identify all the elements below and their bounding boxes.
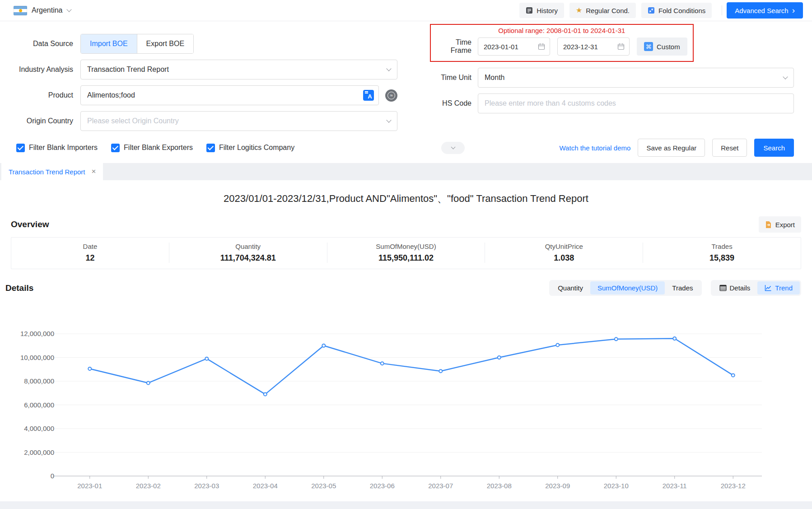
argentina-flag-icon — [14, 6, 27, 15]
regular-cond-label: Regular Cond. — [586, 7, 630, 14]
form-right-column: Optional range: 2008-01-01 to 2024-01-31… — [430, 24, 794, 137]
checkbox-checked-icon — [111, 144, 120, 152]
y-axis-tick-label: 0 — [51, 472, 54, 480]
metric-toggle: Quantity SumOfMoney(USD) Trades — [549, 280, 701, 296]
industry-analysis-value: Transaction Trend Report — [87, 65, 387, 74]
overview-heading: Overview — [11, 219, 49, 229]
tutorial-link[interactable]: Watch the tutorial demo — [560, 144, 631, 152]
optional-range-text: Optional range: 2008-01-01 to 2024-01-31 — [436, 26, 687, 37]
export-icon — [765, 221, 772, 229]
advanced-search-label: Advanced Search — [735, 7, 788, 14]
calendar-icon — [538, 43, 545, 50]
data-point — [381, 362, 384, 365]
country-name: Argentina — [32, 6, 63, 14]
time-unit-label: Time Unit — [430, 74, 478, 82]
advanced-search-button[interactable]: Advanced Search › — [727, 2, 803, 19]
industry-analysis-select[interactable]: Transaction Trend Report — [80, 60, 397, 79]
close-icon[interactable]: × — [92, 167, 96, 176]
time-unit-value: Month — [485, 74, 784, 82]
data-point — [615, 337, 618, 341]
time-unit-select[interactable]: Month — [478, 68, 794, 88]
metric-tab-sum-of-money[interactable]: SumOfMoney(USD) — [590, 281, 665, 294]
x-axis-tick-label: 2023-08 — [487, 482, 512, 490]
custom-range-button[interactable]: ⌘ Custom — [637, 37, 687, 56]
top-actions: History ★ Regular Cond. Fold Conditions … — [514, 2, 803, 19]
y-axis-tick-label: 4,000,000 — [24, 425, 54, 432]
product-field: A — [80, 85, 379, 105]
custom-icon: ⌘ — [644, 42, 653, 51]
filters-actions-row: Filter Blank Importers Filter Blank Expo… — [0, 137, 812, 163]
star-icon: ★ — [576, 7, 582, 14]
stat-sum-of-money: SumOfMoney(USD) 115,950,111.02 — [327, 243, 485, 263]
end-date-value: 2023-12-31 — [563, 43, 617, 51]
history-button[interactable]: History — [519, 3, 564, 18]
stat-date: Date 12 — [11, 243, 169, 263]
time-frame-highlight-box: Optional range: 2008-01-01 to 2024-01-31… — [430, 24, 694, 62]
start-date-input[interactable]: 2023-01-01 — [478, 37, 550, 56]
origin-country-placeholder: Please select Origin Country — [87, 117, 387, 125]
y-axis-tick-label: 10,000,000 — [20, 354, 54, 361]
fuzzy-search-icon[interactable]: ≈ — [385, 89, 397, 102]
fold-icon — [648, 7, 655, 14]
start-date-value: 2023-01-01 — [484, 43, 538, 51]
chevron-down-icon — [783, 74, 788, 79]
footer-bar — [0, 501, 812, 509]
data-point — [498, 356, 501, 359]
export-button[interactable]: Export — [759, 216, 801, 233]
search-button[interactable]: Search — [754, 139, 794, 157]
trend-chart: 02,000,0004,000,0006,000,0008,000,00010,… — [10, 299, 812, 495]
expand-conditions-button[interactable] — [441, 142, 465, 154]
view-tab-details[interactable]: Details — [712, 281, 758, 294]
x-axis-tick-label: 2023-03 — [194, 482, 219, 490]
stat-qty-unit-price: QtyUnitPrice 1.038 — [485, 243, 643, 263]
history-label: History — [537, 7, 558, 14]
metric-tab-trades[interactable]: Trades — [665, 281, 700, 294]
fold-conditions-button[interactable]: Fold Conditions — [641, 3, 712, 18]
x-axis-tick-label: 2023-04 — [253, 482, 278, 490]
checkbox-checked-icon — [206, 144, 215, 152]
details-heading: Details — [5, 283, 33, 293]
filter-blank-importers-checkbox[interactable]: Filter Blank Importers — [16, 144, 98, 152]
product-input[interactable] — [87, 91, 359, 99]
tab-import-boe[interactable]: Import BOE — [81, 34, 137, 53]
view-toggle: Details Trend — [711, 280, 802, 296]
product-label: Product — [0, 91, 80, 99]
view-tab-trend[interactable]: Trend — [757, 281, 800, 294]
end-date-input[interactable]: 2023-12-31 — [557, 37, 630, 56]
x-axis-tick-label: 2023-10 — [604, 482, 629, 490]
y-axis-tick-label: 6,000,000 — [24, 401, 54, 409]
filter-logitics-company-checkbox[interactable]: Filter Logitics Company — [206, 144, 294, 152]
filter-blank-exporters-checkbox[interactable]: Filter Blank Exporters — [111, 144, 193, 152]
data-point — [439, 369, 442, 373]
table-icon — [719, 285, 727, 291]
chevron-down-icon — [66, 7, 71, 12]
translate-icon[interactable]: A — [363, 90, 374, 101]
history-icon — [526, 7, 533, 14]
origin-country-select[interactable]: Please select Origin Country — [80, 111, 397, 131]
trend-line-chart: 02,000,0004,000,0006,000,0008,000,00010,… — [10, 299, 800, 494]
data-point — [732, 374, 735, 377]
reset-button[interactable]: Reset — [712, 139, 747, 157]
y-axis-tick-label: 12,000,000 — [20, 330, 54, 337]
hs-code-field — [478, 93, 794, 113]
data-source-tabs: Import BOE Export BOE — [80, 34, 194, 54]
chevron-down-icon — [386, 117, 391, 122]
x-axis-tick-label: 2023-09 — [545, 482, 570, 490]
calendar-icon — [617, 43, 625, 50]
metric-tab-quantity[interactable]: Quantity — [551, 281, 590, 294]
hs-code-input[interactable] — [485, 99, 787, 107]
export-label: Export — [775, 221, 795, 229]
country-selector[interactable]: Argentina — [14, 6, 71, 15]
tab-export-boe[interactable]: Export BOE — [137, 34, 193, 53]
overview-stats-card: Date 12 Quantity 111,704,324.81 SumOfMon… — [11, 237, 801, 269]
regular-cond-button[interactable]: ★ Regular Cond. — [569, 3, 636, 18]
custom-label: Custom — [657, 43, 680, 51]
chevron-right-icon: › — [792, 6, 795, 14]
form-left-column: Data Source Import BOE Export BOE Indust… — [0, 24, 397, 137]
save-as-regular-button[interactable]: Save as Regular — [638, 139, 705, 157]
y-axis-tick-label: 8,000,000 — [24, 377, 54, 385]
time-frame-label: Time Frame — [436, 38, 478, 55]
x-axis-tick-label: 2023-12 — [721, 482, 746, 490]
y-axis-tick-label: 2,000,000 — [24, 448, 54, 456]
tab-transaction-trend-report[interactable]: Transaction Trend Report × — [1, 163, 103, 180]
